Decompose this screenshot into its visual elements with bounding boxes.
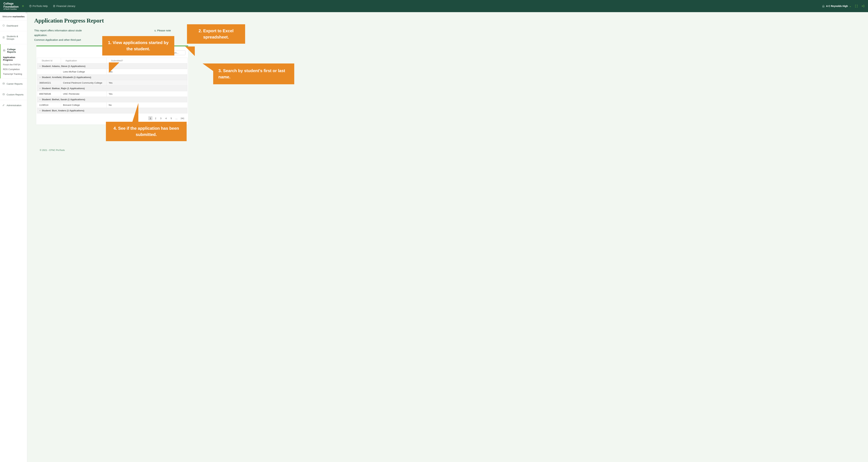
nav-rds-completion[interactable]: RDS Completion (1, 67, 27, 72)
welcome-message: Welcome markewiles (0, 12, 27, 20)
dashboard-icon (2, 24, 5, 27)
pagination-page[interactable]: 3 (159, 116, 163, 120)
svg-point-8 (3, 37, 4, 37)
logo-line2: Foundation (3, 5, 19, 8)
protools-help-link[interactable]: ProTools Help (29, 5, 48, 7)
footer-copyright: © 2021 - CFNC ProTools (34, 149, 861, 152)
nav-transcript-tracking[interactable]: Transcript Tracking (1, 72, 27, 76)
cell-student-id: 1138514 (37, 102, 61, 108)
callout-2-pointer (185, 46, 195, 56)
menu-toggle-icon[interactable]: ≡ (22, 4, 24, 8)
table-group-row[interactable]: ▾Student: Bethel, Sarah (1 Applications) (37, 97, 187, 102)
sidebar: Welcome markewiles Dashboard Students & … (0, 12, 27, 462)
table-row[interactable]: 1138514Brevard CollegeNo (37, 102, 187, 108)
cell-submitted: Yes (106, 80, 187, 86)
callout-2: 2. Export to Excel spreadsheet. (187, 24, 245, 44)
callout-4: 4. See if the application has been submi… (106, 122, 187, 141)
callout-3-pointer (203, 63, 215, 72)
table-row[interactable]: 899766546UNC PembrokeYes (37, 91, 187, 97)
financial-literacy-link[interactable]: Financial Literacy (53, 5, 75, 7)
cell-application: Brevard College (61, 102, 106, 108)
table-group-row[interactable]: ▾Student: Burr, Anders (1 Applications) (37, 108, 187, 113)
callout-1-pointer (109, 62, 119, 73)
cell-application: UNC Pembroke (61, 91, 106, 97)
pagination-page[interactable]: 5 (169, 116, 173, 120)
cell-student-id: 366544321 (37, 80, 61, 86)
edit-icon (2, 104, 5, 107)
chevron-down-icon: ⌄ (849, 5, 851, 7)
callout-4-pointer (132, 103, 138, 122)
pagination-ellipsis: … (174, 116, 179, 120)
col-student-id[interactable]: Student Id (37, 58, 61, 63)
chevron-down-icon: ▾ (39, 76, 40, 78)
report-card: Student Id Application Submitted? ▾Stude… (36, 45, 188, 125)
nav-dashboard[interactable]: Dashboard (0, 23, 27, 29)
fullscreen-icon[interactable] (855, 4, 858, 8)
nav-finish-fafsa[interactable]: Finish the FAFSA (1, 62, 27, 67)
pagination-total[interactable]: 241 (180, 117, 185, 120)
logo-line3: of North Carolina (3, 8, 19, 10)
svg-rect-9 (3, 50, 5, 51)
pagination-page[interactable]: 2 (153, 116, 158, 120)
brand-logo: College Foundation of North Carolina (3, 2, 19, 10)
pagination: 12345 … 241 (37, 113, 187, 120)
nav-custom-reports[interactable]: Custom Reports (0, 91, 27, 98)
table-group-row[interactable]: ▾Student: Armfield, Elizabeth (1 Applica… (37, 74, 187, 80)
chevron-down-icon: ▾ (39, 109, 40, 111)
logout-icon[interactable] (861, 4, 865, 8)
callout-3: 3. Search by student's first or last nam… (213, 63, 294, 84)
cell-application: Central Piedmont Community College (61, 80, 106, 86)
pagination-page[interactable]: 4 (164, 116, 168, 120)
cell-application: Lees-McRae College (61, 69, 106, 74)
cell-student-id (37, 69, 61, 74)
svg-rect-13 (3, 94, 4, 95)
nav-college-reports[interactable]: College Reports (1, 46, 27, 55)
logo-line1: College (3, 2, 19, 5)
pagination-page[interactable]: 1 (148, 116, 152, 120)
report-icon (2, 82, 5, 85)
nav-application-progress[interactable]: Application Progress (1, 55, 27, 62)
users-icon (2, 36, 5, 39)
table-group-row[interactable]: ▾Student: Bakkar, Rajiv (1 Applications) (37, 86, 187, 91)
school-icon (822, 5, 825, 7)
cell-student-id: 899766546 (37, 91, 61, 97)
nav-administration[interactable]: Administration (0, 102, 27, 108)
svg-rect-11 (3, 83, 4, 84)
chevron-down-icon: ▾ (39, 99, 40, 100)
chevron-down-icon: ▾ (39, 65, 40, 67)
help-icon (29, 5, 32, 7)
nav-students-groups[interactable]: Students & Groups (0, 33, 27, 42)
document-icon (53, 5, 55, 7)
main-content: Application Progress Report This report … (27, 12, 868, 462)
topbar: College Foundation of North Carolina ≡ P… (0, 0, 868, 12)
report-icon (3, 49, 5, 52)
chevron-down-icon: ▾ (39, 88, 40, 89)
nav-career-reports[interactable]: Career Reports (0, 80, 27, 87)
page-title: Application Progress Report (34, 18, 861, 24)
school-selector[interactable]: A C Reynolds High ⌄ (822, 5, 851, 7)
report-icon (2, 93, 5, 96)
cell-submitted: Yes (106, 91, 187, 97)
cell-submitted: No (106, 102, 187, 108)
callout-1: 1. View applications started by the stud… (102, 36, 174, 56)
col-application[interactable]: Application (61, 58, 106, 63)
table-row[interactable]: 366544321Central Piedmont Community Coll… (37, 80, 187, 86)
